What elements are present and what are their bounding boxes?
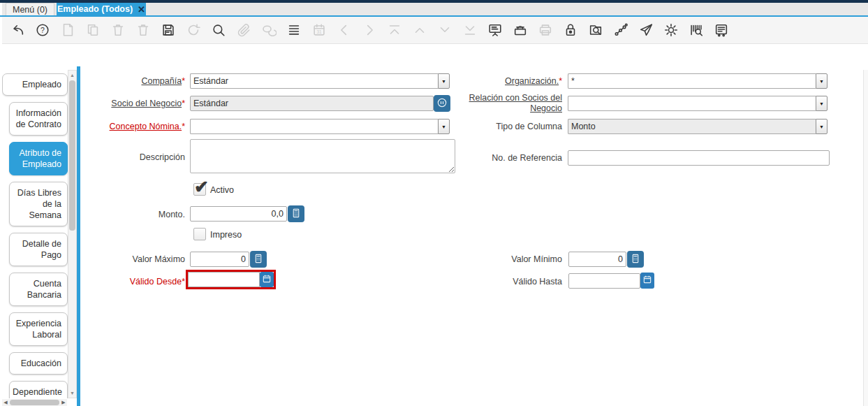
workflow-icon xyxy=(613,22,628,38)
sidebar-tab-atributo-de-empleado[interactable]: Atributo de Empleado xyxy=(9,142,68,175)
valor-minimo-calculator-button[interactable] xyxy=(627,251,644,268)
chevron-down-icon[interactable]: ▼ xyxy=(816,73,827,89)
sidebar-tab-detalle-de-pago[interactable]: Detalle de Pago xyxy=(9,233,68,266)
calculator-icon xyxy=(252,252,265,267)
close-icon[interactable]: ✕ xyxy=(138,5,145,14)
scroll-down-icon[interactable]: ▼ xyxy=(68,389,76,398)
toolbar-undo-button[interactable] xyxy=(9,22,26,38)
toolbar-lock-button[interactable] xyxy=(562,22,579,38)
sidebar-tab-informacion-de-contrato[interactable]: Información de Contrato xyxy=(9,102,68,136)
valor-maximo-calculator-button[interactable] xyxy=(250,251,267,268)
compania-input[interactable] xyxy=(190,73,438,89)
toolbar-help-button[interactable]: ? xyxy=(34,22,51,38)
toolbar-previous-record-button xyxy=(336,22,353,38)
scroll-right-icon[interactable]: ▶ xyxy=(60,399,67,406)
first-record-icon xyxy=(387,22,402,38)
sidebar-tab-experiencia-laboral[interactable]: Experiencia Laboral xyxy=(9,312,68,346)
last-record-icon xyxy=(462,22,478,38)
toolbar-copy-record-button xyxy=(84,22,101,38)
toolbar-workflow-button[interactable] xyxy=(612,22,629,38)
save-icon xyxy=(161,22,176,38)
sidebar-tab-empleado[interactable]: Empleado xyxy=(2,73,68,96)
sidebar-splitter[interactable] xyxy=(77,66,80,406)
bpartner-info-button[interactable] xyxy=(434,95,450,112)
organizacion-combo: ▼ xyxy=(568,73,827,89)
tipo-columna-combo: ▼ xyxy=(568,119,827,134)
valido-desde-input[interactable] xyxy=(188,272,260,287)
valor-minimo-label: Valor Mínimo xyxy=(447,254,562,265)
sidebar-tab-cuenta-bancaria[interactable]: Cuenta Bancaria xyxy=(9,273,68,306)
valor-maximo-input[interactable] xyxy=(190,252,249,267)
sidebar-tab-dependiente[interactable]: Dependiente xyxy=(9,381,68,398)
chevron-down-icon[interactable]: ▼ xyxy=(816,96,827,111)
sidebar-tab-educacion[interactable]: Educación xyxy=(9,352,68,375)
toolbar-grid-toggle-button[interactable] xyxy=(286,22,302,38)
toolbar-find-button[interactable] xyxy=(210,22,227,38)
toolbar-report-button[interactable] xyxy=(487,22,503,38)
calculator-icon xyxy=(290,207,302,222)
toolbar-archive-button[interactable] xyxy=(512,22,529,38)
svg-text:?: ? xyxy=(41,26,45,34)
toolbar-zoom-across-button[interactable] xyxy=(587,22,604,38)
scroll-up-icon[interactable]: ▲ xyxy=(68,71,76,80)
socio-input[interactable] xyxy=(190,96,434,111)
toolbar-product-info-button[interactable] xyxy=(688,22,705,38)
toolbar-save-button[interactable] xyxy=(160,22,177,38)
sidebar-hscrollbar-thumb[interactable] xyxy=(10,400,59,405)
archive-icon xyxy=(513,22,528,38)
relacion-input[interactable] xyxy=(568,96,816,111)
monto-label: Monto. xyxy=(84,210,185,220)
send-mail-icon xyxy=(638,22,654,38)
toolbar-next-record-button xyxy=(361,22,378,38)
monto-input[interactable] xyxy=(190,206,287,222)
find-icon xyxy=(211,22,226,38)
descripcion-textarea[interactable] xyxy=(190,139,455,173)
valido-hasta-input[interactable] xyxy=(568,273,640,289)
impreso-checkbox[interactable]: ✔ xyxy=(193,228,206,240)
calendar-icon xyxy=(642,274,653,287)
lock-icon xyxy=(563,22,578,38)
print-icon xyxy=(538,22,553,38)
new-record-icon xyxy=(60,22,75,38)
tab-empleado-label: Empleado (Todos) xyxy=(57,4,133,14)
valido-hasta-calendar-button[interactable] xyxy=(640,273,654,289)
toolbar-refresh-button xyxy=(185,22,202,38)
valido-desde-calendar-button[interactable] xyxy=(260,272,274,287)
toolbar-send-mail-button[interactable] xyxy=(638,22,654,38)
tipo-columna-input[interactable] xyxy=(568,119,816,134)
valor-minimo-input[interactable] xyxy=(568,252,626,267)
toolbar-log-button[interactable] xyxy=(713,22,730,38)
organizacion-label: Organización.* xyxy=(447,76,562,87)
organizacion-input[interactable] xyxy=(568,73,816,89)
toolbar-preferences-button[interactable] xyxy=(663,22,679,38)
next-record-icon xyxy=(362,22,377,38)
concepto-input[interactable] xyxy=(190,119,438,134)
delete-selection-icon xyxy=(135,22,151,38)
svg-text:31: 31 xyxy=(316,29,322,34)
scroll-left-icon[interactable]: ◀ xyxy=(2,399,9,406)
app-window: Menú (0) Empleado (Todos) ✕ ?31 Empleado… xyxy=(0,0,868,406)
no-referencia-label: No. de Referencia xyxy=(447,153,562,164)
toolbar-print-button xyxy=(537,22,554,38)
toolbar-parent-record-button xyxy=(411,22,428,38)
chevron-down-icon[interactable]: ▼ xyxy=(816,119,827,134)
grid-toggle-icon xyxy=(286,22,302,38)
report-icon xyxy=(487,22,503,38)
sidebar-horizontal-scrollbar[interactable]: ◀ ▶ xyxy=(2,399,67,406)
socio-label: Socio del Negocio* xyxy=(84,99,185,109)
no-referencia-input[interactable] xyxy=(568,150,830,166)
sidebar-scrollbar-thumb[interactable] xyxy=(69,80,75,231)
chat-icon xyxy=(261,22,277,38)
parent-record-icon xyxy=(412,22,427,38)
attachment-icon xyxy=(236,22,251,38)
sidebar-tab-dias-libres-de-la-semana[interactable]: Días Libres de la Semana xyxy=(9,182,68,226)
content-scrollbar-track[interactable] xyxy=(863,70,868,406)
activo-checkbox[interactable]: ✔ xyxy=(193,183,206,196)
tab-menu[interactable]: Menú (0) xyxy=(6,3,54,15)
sidebar-vertical-scrollbar[interactable]: ▲ ▼ xyxy=(68,70,77,398)
bpartner-info-icon xyxy=(436,96,448,111)
concepto-label: Concepto Nómina.* xyxy=(84,122,185,132)
monto-calculator-button[interactable] xyxy=(288,205,304,222)
tab-empleado-todos[interactable]: Empleado (Todos) ✕ xyxy=(57,3,146,15)
undo-icon xyxy=(10,22,25,38)
